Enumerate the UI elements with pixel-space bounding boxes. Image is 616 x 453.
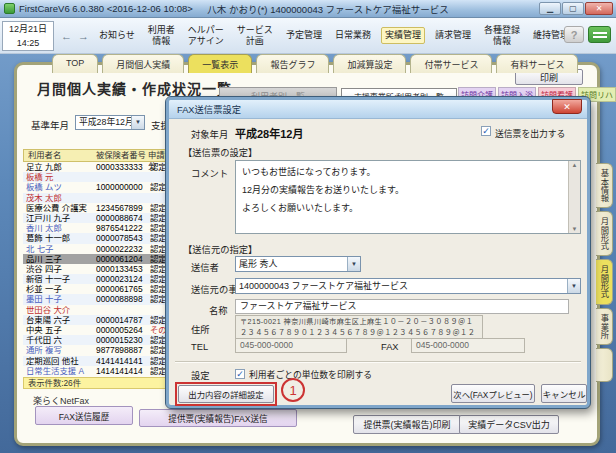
sender-select[interactable]: 尾形 秀人 ▼ — [235, 256, 361, 272]
toolbar-items: お知らせ利用者 情報ヘルパー アサインサービス 計画予定管理日常業務実績管理請求… — [96, 23, 572, 49]
output-slip-checkbox[interactable]: ✓ — [481, 126, 491, 136]
table-row[interactable]: 千代田 六0000015230認定継続 — [23, 335, 183, 345]
table-row[interactable]: 板橋 元 — [23, 172, 183, 182]
cell-insured-number: 0000333333 — [96, 162, 150, 172]
forward-icon[interactable]: → — [78, 30, 89, 42]
tab[interactable]: 付帯サービス — [410, 54, 492, 73]
toolbar-item[interactable]: 各種登録 情報 — [481, 23, 523, 49]
toolbar-item[interactable]: お知らせ — [96, 28, 138, 43]
tab[interactable]: 加減算設定 — [333, 54, 406, 73]
table-row[interactable]: 日常生活支援 A1414141414認定継続 — [23, 366, 183, 376]
tab[interactable]: 報告グラフ — [256, 54, 329, 73]
dialog-titlebar[interactable]: FAX送信票設定 ✕ — [169, 100, 587, 119]
cell-user-name: 台東陽 六子 — [23, 315, 96, 325]
sender-office-select[interactable]: 1400000043 ファーストケア福祉サービス ▼ — [235, 278, 581, 294]
table-header: 利用者名 被保険者番号 申請区分 — [23, 149, 179, 162]
cell-user-name: 墨田 十子 — [23, 294, 96, 304]
table-row[interactable]: 品川 三子0000061204認定継続 — [23, 254, 183, 264]
table-row[interactable]: 中央 五子0000005264その他 — [23, 325, 183, 335]
address-field[interactable]: 〒215-0021 神奈川県川崎市麻生区上麻生１０－２０－３０８９＠１２３４５６… — [235, 315, 483, 339]
divider — [175, 361, 581, 363]
table-row[interactable]: 墨田 十子0000088898認定継続 — [23, 294, 183, 304]
toolbar-item[interactable]: 予定管理 — [283, 28, 325, 43]
table-row[interactable]: 茂木 太郎 — [23, 193, 183, 203]
table-row[interactable]: 香川 太郎9876541222認定継続 — [23, 223, 183, 233]
table-row[interactable]: 渋谷 四子0000133453認定継続 — [23, 264, 183, 274]
table-row[interactable]: 杉並 一子0000061765認定継続 — [23, 284, 183, 294]
table-row[interactable]: 通所 複写9877898887認定継続 — [23, 345, 183, 355]
csv-export-button[interactable]: 実績データCSV出力 — [459, 415, 559, 434]
dialog-close-icon[interactable]: ✕ — [552, 99, 582, 114]
desktop: FirstCareV6 6.0.380 <2016-12-06 10:08> 八… — [0, 0, 616, 453]
cell-insured-number: 0000078543 — [96, 233, 150, 243]
remote-support-button[interactable] — [588, 26, 611, 43]
chevron-down-icon[interactable]: ▼ — [567, 279, 580, 293]
table-row[interactable]: 定期巡回 他社4141414141認定継続 — [23, 356, 183, 366]
chevron-down-icon[interactable]: ▼ — [131, 116, 144, 129]
chevron-down-icon[interactable]: ▼ — [347, 257, 360, 271]
user-table: 足立 九郎0000333333認定継続板橋 元板橋 ムツ1000000000認定… — [23, 162, 183, 376]
cell-insured-number: 9877898887 — [96, 345, 150, 355]
minimize-icon[interactable]: ▁ — [539, 2, 561, 15]
table-row[interactable]: 台東陽 六子0000014787認定継続 — [23, 315, 183, 325]
cell-user-name: 香川 太郎 — [23, 223, 96, 233]
table-row[interactable]: 江戸川 九子0000088674認定継続 — [23, 213, 183, 223]
tab[interactable]: TOP — [52, 54, 98, 73]
section-sender: 【送信元の指定】 — [183, 242, 257, 256]
tab[interactable]: 有料サービス — [496, 54, 578, 73]
tab[interactable]: 月間個人実績 — [102, 54, 184, 73]
cell-user-name: 医療公費 介護実 — [23, 203, 96, 213]
col-user-name: 利用者名 — [24, 150, 96, 161]
base-month-select[interactable]: 平成28年12月 ▼ — [75, 115, 145, 130]
support-icon — [593, 32, 607, 34]
date-time-box: 12月21日 14:25 — [2, 21, 54, 51]
comment-line: いつもお世話になっております。 — [236, 163, 580, 181]
table-row[interactable]: 北 七子0000022232認定継続 — [23, 244, 183, 254]
toolbar-item[interactable]: 日常業務 — [332, 28, 374, 43]
help-button[interactable]: ? — [564, 26, 584, 43]
fax-label: FAX — [381, 342, 399, 352]
tel-field[interactable]: 045-000-0000 — [235, 338, 347, 353]
cell-user-name: 板橋 元 — [23, 172, 96, 182]
scroll-down-icon[interactable]: ▼ — [569, 226, 580, 232]
unit-count-checkbox[interactable]: ✓ — [235, 369, 245, 379]
cell-insured-number: 4141414141 — [96, 356, 150, 366]
comment-scrollbar[interactable]: ▲ ▼ — [568, 161, 580, 233]
comment-textarea[interactable]: いつもお世話になっております。12月分の実績報告をお送りいたします。よろしくお願… — [235, 160, 581, 234]
cell-user-name: 板橋 ムツ — [23, 182, 96, 192]
fax-field[interactable]: 045-000-0000 — [411, 338, 525, 353]
side-tab[interactable] — [596, 348, 613, 382]
sender-value: 尾形 秀人 — [239, 259, 278, 269]
back-icon[interactable]: ← — [61, 30, 72, 42]
toolbar-item[interactable]: 実績管理 — [381, 27, 425, 44]
side-tab[interactable]: 基本情報 — [596, 163, 613, 208]
output-detail-settings-button[interactable]: 出力内容の詳細設定 — [178, 385, 274, 403]
close-icon[interactable]: ✕ — [585, 2, 613, 15]
print-report-button[interactable]: 提供票(実績報告)印刷 — [353, 415, 461, 434]
toolbar-item[interactable]: 利用者 情報 — [145, 23, 178, 49]
table-row[interactable]: 板橋 ムツ1000000000認定新規 — [23, 182, 183, 192]
toolbar-item[interactable]: サービス 計画 — [234, 23, 276, 49]
office-name-label: 名称 — [209, 303, 228, 317]
side-tab[interactable]: 事業所 — [596, 308, 613, 345]
side-tab[interactable]: 月間形式 — [596, 211, 613, 256]
fax-send-button[interactable]: 提供票(実績報告)FAX送信 — [139, 409, 297, 427]
sender-label: 送信者 — [191, 260, 219, 274]
table-row[interactable]: 葛飾 十一郎0000078543認定継続 — [23, 233, 183, 243]
window-titlebar[interactable]: FirstCareV6 6.0.380 <2016-12-06 10:08> 八… — [0, 0, 616, 18]
scroll-up-icon[interactable]: ▲ — [569, 162, 580, 168]
toolbar-item[interactable]: 請求管理 — [432, 28, 474, 43]
cancel-button[interactable]: キャンセル — [541, 384, 587, 403]
maximize-icon[interactable]: ▢ — [562, 2, 584, 15]
cell-user-name: 中央 五子 — [23, 325, 96, 335]
tab[interactable]: 一覧表示 — [188, 54, 252, 73]
table-row[interactable]: 新宿 十一子0000023124認定新規 — [23, 274, 183, 284]
next-fax-preview-button[interactable]: 次へ(FAXプレビュー) — [451, 384, 535, 403]
table-row[interactable]: 足立 九郎0000333333認定継続 — [23, 162, 183, 172]
toolbar-item[interactable]: ヘルパー アサイン — [185, 23, 227, 49]
office-name-field[interactable]: ファーストケア福祉サービス — [235, 299, 569, 314]
fax-history-button[interactable]: FAX送信履歴 — [35, 406, 133, 425]
table-row[interactable]: 医療公費 介護実1234567899認定継続 — [23, 203, 183, 213]
table-row[interactable]: 世田谷 大介 — [23, 305, 183, 315]
side-tab[interactable]: 月間形式 — [596, 259, 613, 304]
